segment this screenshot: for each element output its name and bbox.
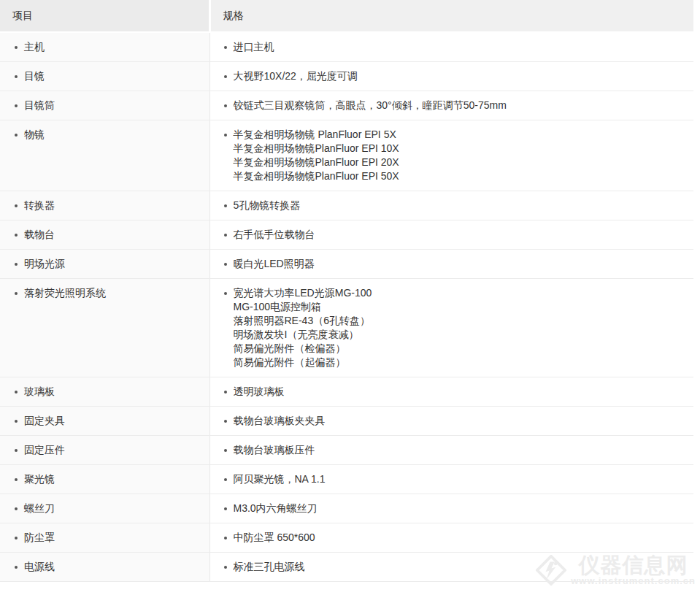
bullet-icon bbox=[15, 134, 18, 137]
spec-lines: 载物台玻璃板夹夹具 bbox=[234, 414, 687, 428]
item-cell: 固定压件 bbox=[0, 436, 209, 465]
item-cell: 防尘罩 bbox=[0, 523, 209, 553]
spec-line: 落射照明器RE-43（6孔转盘） bbox=[234, 314, 687, 328]
spec-lines: 中防尘罩 650*600 bbox=[234, 531, 687, 545]
table-row: 固定压件 载物台玻璃板压件 bbox=[0, 436, 693, 465]
bullet-icon bbox=[15, 46, 18, 49]
item-label: 物镜 bbox=[24, 128, 202, 142]
spec-line: 5孔物镜转换器 bbox=[234, 199, 687, 212]
table-row: 螺丝刀 M3.0内六角螺丝刀 bbox=[0, 494, 693, 523]
spec-lines: 半复金相明场物镜 PlanFluor EPI 5X半复金相明场物镜PlanFlu… bbox=[234, 128, 687, 183]
item-cell: 主机 bbox=[0, 32, 209, 62]
bullet-icon bbox=[224, 537, 227, 540]
item-label: 固定夹具 bbox=[24, 414, 202, 428]
spec-lines: 大视野10X/22，屈光度可调 bbox=[234, 69, 687, 83]
item-cell: 聚光镜 bbox=[0, 465, 209, 494]
spec-cell: 宽光谱大功率LED光源MG-100MG-100电源控制箱落射照明器RE-43（6… bbox=[209, 279, 693, 377]
spec-cell: 载物台玻璃板压件 bbox=[209, 436, 693, 465]
spec-line: 标准三孔电源线 bbox=[234, 560, 687, 574]
spec-cell: 标准三孔电源线 bbox=[209, 553, 693, 582]
spec-line: 载物台玻璃板夹夹具 bbox=[234, 414, 687, 428]
spec-line: M3.0内六角螺丝刀 bbox=[234, 502, 687, 515]
item-label: 防尘罩 bbox=[24, 531, 202, 545]
spec-line: 进口主机 bbox=[234, 40, 687, 54]
table-row: 主机 进口主机 bbox=[0, 32, 693, 62]
bullet-icon bbox=[224, 391, 227, 394]
spec-line: 阿贝聚光镜，NA 1.1 bbox=[234, 472, 687, 486]
column-header-item: 项目 bbox=[0, 0, 209, 32]
bullet-icon bbox=[224, 420, 227, 423]
bullet-icon bbox=[15, 204, 18, 207]
spec-cell: 暖白光LED照明器 bbox=[209, 250, 693, 279]
column-header-spec: 规格 bbox=[209, 0, 693, 32]
bullet-icon bbox=[224, 204, 227, 207]
bullet-icon bbox=[15, 507, 18, 510]
spec-cell: M3.0内六角螺丝刀 bbox=[209, 494, 693, 523]
item-label: 固定压件 bbox=[24, 443, 202, 457]
item-label: 明场光源 bbox=[24, 257, 202, 271]
bullet-icon bbox=[15, 478, 18, 481]
item-label: 玻璃板 bbox=[24, 385, 202, 399]
item-label: 螺丝刀 bbox=[24, 502, 202, 515]
item-label: 电源线 bbox=[24, 560, 202, 574]
bullet-icon bbox=[224, 234, 227, 237]
table-row: 转换器 5孔物镜转换器 bbox=[0, 191, 693, 220]
spec-line: 透明玻璃板 bbox=[234, 385, 687, 399]
spec-table: 项目 规格 主机 进口主机 目镜 bbox=[0, 0, 693, 582]
table-row: 聚光镜 阿贝聚光镜，NA 1.1 bbox=[0, 465, 693, 494]
spec-line: 半复金相明场物镜PlanFluor EPI 20X bbox=[234, 156, 687, 169]
spec-lines: 透明玻璃板 bbox=[234, 385, 687, 399]
spec-line: MG-100电源控制箱 bbox=[234, 300, 687, 314]
table-row: 目镜 大视野10X/22，屈光度可调 bbox=[0, 62, 693, 91]
bullet-icon bbox=[15, 537, 18, 540]
spec-line: 明场激发块I（无亮度衰减） bbox=[234, 328, 687, 342]
item-label: 目镜筒 bbox=[24, 99, 202, 112]
spec-line: 载物台玻璃板压件 bbox=[234, 443, 687, 457]
spec-cell: 进口主机 bbox=[209, 32, 693, 62]
spec-lines: 5孔物镜转换器 bbox=[234, 199, 687, 212]
spec-line: 右手低手位载物台 bbox=[234, 228, 687, 242]
spec-lines: 铰链式三目观察镜筒，高眼点，30°倾斜，瞳距调节50-75mm bbox=[234, 99, 687, 112]
spec-line: 中防尘罩 650*600 bbox=[234, 531, 687, 545]
item-cell: 载物台 bbox=[0, 220, 209, 250]
bullet-icon bbox=[224, 566, 227, 569]
bullet-icon bbox=[224, 263, 227, 266]
bullet-icon bbox=[224, 478, 227, 481]
bullet-icon bbox=[224, 75, 227, 78]
spec-line: 暖白光LED照明器 bbox=[234, 257, 687, 271]
bullet-icon bbox=[15, 391, 18, 394]
bullet-icon bbox=[224, 292, 227, 295]
spec-cell: 5孔物镜转换器 bbox=[209, 191, 693, 220]
bullet-icon bbox=[224, 449, 227, 452]
spec-lines: 载物台玻璃板压件 bbox=[234, 443, 687, 457]
spec-cell: 阿贝聚光镜，NA 1.1 bbox=[209, 465, 693, 494]
bullet-icon bbox=[224, 46, 227, 49]
item-cell: 玻璃板 bbox=[0, 377, 209, 407]
bullet-icon bbox=[15, 420, 18, 423]
spec-table-header: 项目 规格 bbox=[0, 0, 693, 32]
bullet-icon bbox=[15, 234, 18, 237]
spec-lines: 标准三孔电源线 bbox=[234, 560, 687, 574]
spec-lines: M3.0内六角螺丝刀 bbox=[234, 502, 687, 515]
spec-cell: 半复金相明场物镜 PlanFluor EPI 5X半复金相明场物镜PlanFlu… bbox=[209, 120, 693, 191]
bullet-icon bbox=[15, 449, 18, 452]
spec-cell: 中防尘罩 650*600 bbox=[209, 523, 693, 553]
spec-line: 半复金相明场物镜PlanFluor EPI 50X bbox=[234, 169, 687, 183]
spec-lines: 右手低手位载物台 bbox=[234, 228, 687, 242]
table-row: 电源线 标准三孔电源线 bbox=[0, 553, 693, 582]
item-label: 主机 bbox=[24, 40, 202, 54]
item-label: 目镜 bbox=[24, 69, 202, 83]
bullet-icon bbox=[15, 104, 18, 107]
table-row: 防尘罩 中防尘罩 650*600 bbox=[0, 523, 693, 553]
spec-cell: 载物台玻璃板夹夹具 bbox=[209, 407, 693, 436]
spec-lines: 暖白光LED照明器 bbox=[234, 257, 687, 271]
spec-cell: 铰链式三目观察镜筒，高眼点，30°倾斜，瞳距调节50-75mm bbox=[209, 91, 693, 120]
item-cell: 固定夹具 bbox=[0, 407, 209, 436]
spec-line: 半复金相明场物镜PlanFluor EPI 10X bbox=[234, 142, 687, 156]
spec-lines: 宽光谱大功率LED光源MG-100MG-100电源控制箱落射照明器RE-43（6… bbox=[234, 286, 687, 369]
spec-lines: 进口主机 bbox=[234, 40, 687, 54]
item-label: 转换器 bbox=[24, 199, 202, 212]
table-row: 落射荧光照明系统 宽光谱大功率LED光源MG-100MG-100电源控制箱落射照… bbox=[0, 279, 693, 377]
bullet-icon bbox=[15, 263, 18, 266]
bullet-icon bbox=[224, 104, 227, 107]
